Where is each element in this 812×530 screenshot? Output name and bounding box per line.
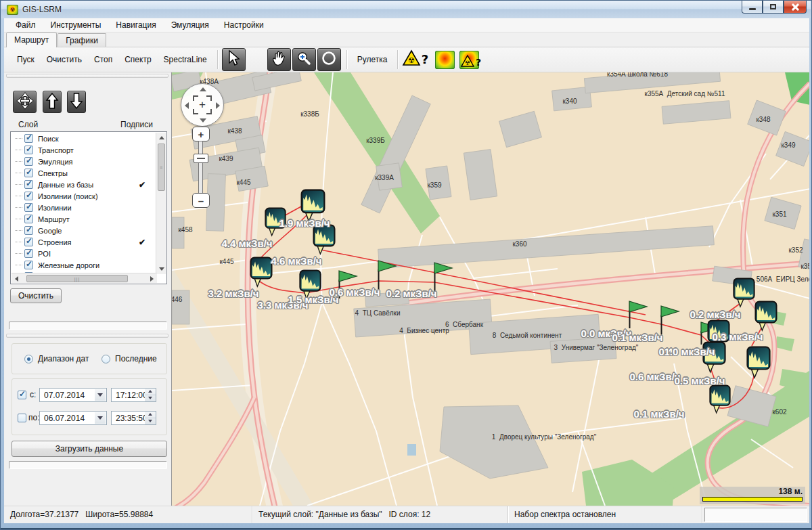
layer-checkbox[interactable]	[24, 203, 33, 212]
layer-row[interactable]: Поиск	[12, 133, 157, 144]
layer-checkbox[interactable]	[24, 134, 33, 143]
pan-right-icon[interactable]	[216, 102, 220, 109]
layer-row[interactable]: Спектры	[12, 167, 157, 179]
last-radio[interactable]	[102, 355, 110, 363]
from-checkbox[interactable]	[18, 391, 26, 399]
spectrum-marker[interactable]	[733, 278, 755, 311]
toolbar-button-Очистить[interactable]: Очистить	[41, 51, 88, 68]
dose-heatmap-help-icon: ☢?	[459, 51, 479, 69]
layer-checkbox[interactable]	[24, 192, 33, 200]
menu-item-Инструменты[interactable]: Инструменты	[43, 19, 109, 31]
spin-down-icon[interactable]	[145, 395, 156, 402]
pan-down-icon[interactable]	[200, 118, 206, 123]
layer-row[interactable]: Строения✔	[12, 236, 157, 248]
spin-down-icon[interactable]	[145, 418, 156, 425]
from-time-field[interactable]: 17:12:00	[111, 388, 145, 402]
range-radio-label[interactable]: Диапазон дат	[38, 354, 89, 363]
layer-checkbox[interactable]	[24, 249, 33, 258]
pan-hand-tool-button[interactable]	[267, 48, 291, 71]
layer-up-button[interactable]	[43, 91, 62, 113]
from-date-combo[interactable]: 07.07.2014	[39, 388, 107, 402]
layer-row[interactable]: Данные из базы✔	[12, 179, 157, 190]
layer-checkbox[interactable]	[24, 215, 33, 223]
layer-checkbox[interactable]	[24, 157, 33, 166]
spectrum-marker[interactable]	[250, 257, 273, 290]
tab-Графики[interactable]: Графики	[58, 33, 106, 47]
toolbar-button-Спектр[interactable]: Спектр	[118, 51, 157, 68]
map-compass[interactable]: +	[181, 83, 224, 127]
zoom-out-button[interactable]: –	[192, 193, 210, 208]
layer-row[interactable]: Google	[12, 225, 157, 236]
layer-row[interactable]: Транспорт	[12, 144, 157, 156]
dropdown-icon[interactable]	[95, 412, 106, 424]
scrollbar-thumb[interactable]: ≡	[158, 143, 165, 191]
toolbar-button-Пуск[interactable]: Пуск	[11, 51, 41, 68]
toolbar-button-Стоп[interactable]: Стоп	[88, 51, 118, 68]
layer-row[interactable]: POI	[12, 248, 157, 259]
close-button[interactable]	[784, 1, 807, 14]
to-checkbox[interactable]	[18, 414, 26, 422]
menu-item-Настройки[interactable]: Настройки	[217, 19, 271, 31]
layer-down-button[interactable]	[67, 91, 86, 113]
spectrum-marker[interactable]	[754, 301, 777, 334]
layer-row[interactable]: Маршрут	[12, 213, 157, 225]
spectrum-marker[interactable]	[709, 384, 731, 417]
minimize-button[interactable]	[742, 1, 763, 14]
layer-checkbox[interactable]	[24, 180, 33, 189]
map-canvas[interactable]: к438Ак438к439к445к458к445446к338Бк339Бк3…	[171, 72, 809, 506]
titlebar[interactable]: ☢ GIS-LSRM	[1, 1, 811, 18]
dose-heatmap-button[interactable]	[435, 51, 455, 69]
layer-row[interactable]: Эмуляция	[12, 156, 157, 167]
dose-heatmap-help-button[interactable]: ☢?	[459, 51, 479, 69]
panel-splitter[interactable]	[6, 334, 168, 338]
toolbar-button-SpectraLine[interactable]: SpectraLine	[158, 51, 213, 68]
vertical-scrollbar[interactable]: ≡	[156, 133, 166, 274]
dose-label: 4.4 мкЗв/ч	[221, 238, 272, 249]
layer-row[interactable]: Изолинии	[12, 202, 157, 213]
radiation-help-button[interactable]: ☢?	[402, 48, 430, 71]
spectrum-marker[interactable]	[746, 346, 771, 382]
layer-checkbox[interactable]	[24, 146, 33, 154]
map-scale: 138 м.	[700, 487, 805, 504]
move-layer-button[interactable]	[13, 91, 37, 113]
layer-row[interactable]: Железные дороги	[12, 259, 157, 271]
scrollbar-thumb[interactable]: |||	[26, 275, 128, 282]
dose-label: 0.1 мкЗв/ч	[612, 332, 662, 343]
dropdown-icon[interactable]	[95, 389, 106, 401]
menu-item-Файл[interactable]: Файл	[8, 19, 43, 31]
panel-splitter[interactable]	[6, 74, 168, 78]
toolbar: ПускОчиститьСтопСпектрSpectraLine Рулетк…	[4, 47, 809, 72]
pan-left-icon[interactable]	[185, 102, 189, 109]
circle-select-tool-button[interactable]	[317, 48, 341, 71]
menu-item-Навигация[interactable]: Навигация	[108, 19, 163, 31]
range-radio[interactable]	[24, 355, 33, 363]
menu-item-Эмуляция[interactable]: Эмуляция	[164, 19, 217, 31]
spin-up-icon[interactable]	[145, 389, 156, 395]
layer-checkbox[interactable]	[24, 261, 33, 269]
layer-checkbox[interactable]	[24, 226, 33, 235]
zoom-tool-button[interactable]	[292, 48, 316, 71]
to-date-combo[interactable]: 06.07.2014	[39, 411, 107, 425]
zoom-slider-handle[interactable]	[194, 154, 208, 163]
ruler-button[interactable]: Рулетка	[351, 51, 394, 68]
layer-down-icon	[69, 92, 84, 112]
status-coordinates: Долгота=37.21377 Широта=55.98884	[4, 506, 252, 523]
spectrum-marker[interactable]	[313, 224, 336, 258]
pan-up-icon[interactable]	[200, 87, 206, 91]
layer-row[interactable]: Изолинии (поиск)	[12, 190, 157, 202]
zoom-in-button[interactable]: +	[192, 127, 210, 141]
layer-checkbox[interactable]	[24, 169, 33, 177]
horizontal-scrollbar[interactable]: |||	[12, 273, 157, 283]
layer-checkbox[interactable]	[24, 238, 33, 246]
maximize-button[interactable]	[763, 1, 784, 14]
tab-Маршрут[interactable]: Маршрут	[6, 32, 57, 47]
load-data-button[interactable]: Загрузить данные	[12, 441, 167, 457]
to-time-field[interactable]: 23:35:50	[111, 411, 145, 425]
pointer-tool-button[interactable]	[222, 48, 246, 71]
clear-button[interactable]: Очистить	[10, 288, 62, 303]
from-time-spinner[interactable]	[145, 388, 156, 402]
zoom-slider-track[interactable]	[198, 141, 203, 194]
spin-up-icon[interactable]	[145, 412, 156, 418]
last-radio-label[interactable]: Последние	[115, 354, 157, 363]
to-time-spinner[interactable]	[145, 411, 156, 425]
